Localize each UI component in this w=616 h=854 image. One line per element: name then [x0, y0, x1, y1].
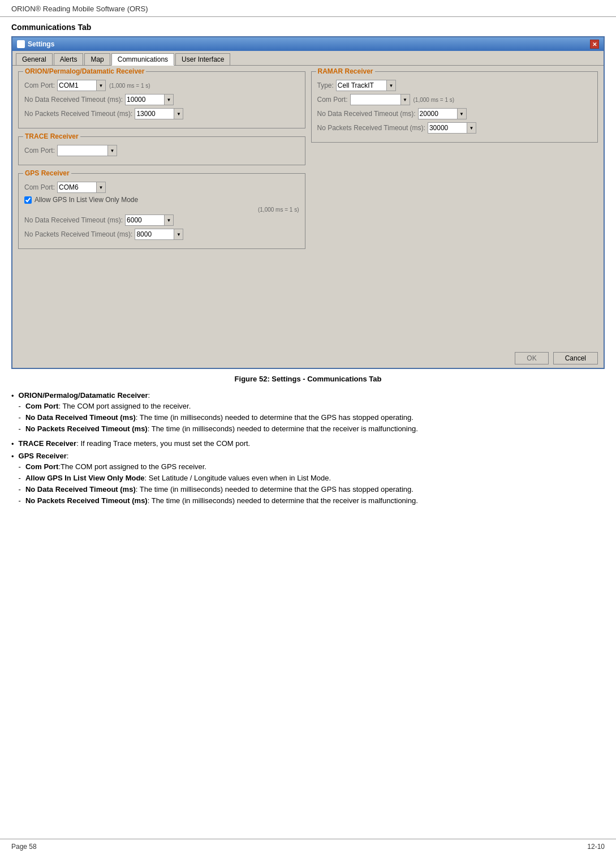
- tab-general[interactable]: General: [16, 53, 53, 65]
- bullet-list: • ORION/Permalog/Datamatic Receiver: - C…: [11, 391, 605, 508]
- dialog-footer: OK Cancel: [12, 349, 604, 368]
- ramar-type-input[interactable]: [336, 80, 387, 91]
- orion-no-packets-arrow[interactable]: ▼: [174, 108, 183, 119]
- bullet-dot-2: •: [11, 440, 14, 448]
- trace-group-title: TRACE Receiver: [23, 132, 80, 140]
- ramar-type-row: Type: ▼: [317, 80, 592, 91]
- gps-no-data-row: No Data Received Timeout (ms): ▼: [24, 214, 299, 226]
- figure-caption: Figure 52: Settings - Communications Tab: [11, 375, 605, 383]
- ramar-no-packets-arrow[interactable]: ▼: [467, 122, 476, 134]
- trace-com-port-select[interactable]: ▼: [57, 145, 117, 156]
- orion-sub-list: - Com Port: The COM port assigned to the…: [19, 402, 418, 433]
- ramar-no-data-select[interactable]: ▼: [418, 108, 467, 119]
- ramar-no-packets-input[interactable]: [428, 122, 467, 134]
- ramar-com-port-select[interactable]: ▼: [350, 94, 410, 105]
- ramar-no-data-input[interactable]: [418, 108, 458, 119]
- orion-no-data-label: No Data Received Timeout (ms):: [24, 96, 123, 104]
- ramar-com-port-input[interactable]: [350, 94, 401, 105]
- bullet-gps: • GPS Receiver: - Com Port:The COM port …: [11, 452, 605, 508]
- bullet-orion-content: ORION/Permalog/Datamatic Receiver: - Com…: [19, 391, 418, 436]
- gps-sub-item-comport: - Com Port:The COM port assigned to the …: [19, 462, 418, 471]
- ramar-group-title: RAMAR Receiver: [316, 67, 375, 75]
- gps-group: GPS Receiver Com Port: ▼: [18, 173, 305, 249]
- orion-hint: (1,000 ms = 1 s): [109, 83, 150, 89]
- ramar-type-arrow[interactable]: ▼: [387, 80, 396, 91]
- bullet-trace-label: TRACE Receiver: [19, 439, 77, 448]
- orion-no-data-select[interactable]: ▼: [125, 94, 174, 105]
- gps-group-title: GPS Receiver: [23, 169, 71, 177]
- orion-com-port-input[interactable]: [57, 80, 97, 91]
- ramar-no-packets-label: No Packets Received Timeout (ms):: [317, 124, 425, 132]
- dialog-title: Settings: [28, 40, 54, 48]
- gps-no-packets-input[interactable]: [135, 229, 174, 240]
- ramar-no-data-arrow[interactable]: ▼: [458, 108, 467, 119]
- settings-dialog: Settings ✕ General Alerts Map Communicat…: [11, 36, 605, 369]
- footer-page-number: 12-10: [587, 843, 605, 851]
- gps-no-packets-select[interactable]: ▼: [135, 229, 183, 240]
- gps-nodata-term: No Data Received Timeout (ms): [25, 485, 136, 493]
- ok-button[interactable]: OK: [515, 352, 548, 364]
- gps-sub-list: - Com Port:The COM port assigned to the …: [19, 462, 418, 505]
- tab-map[interactable]: Map: [84, 53, 110, 65]
- gps-allow-checkbox[interactable]: [24, 196, 32, 204]
- gps-no-packets-arrow[interactable]: ▼: [174, 229, 183, 240]
- gps-sub-item-allowgps: - Allow GPS In List View Only Mode: Set …: [19, 474, 418, 482]
- dialog-body: ORION/Permalog/Datamatic Receiver Com Po…: [12, 66, 604, 349]
- gps-no-data-input[interactable]: [125, 214, 165, 226]
- gps-com-port-input[interactable]: [57, 182, 97, 193]
- titlebar-left: Settings: [17, 40, 54, 48]
- tab-communications[interactable]: Communications: [111, 53, 174, 66]
- orion-com-port-row: Com Port: ▼ (1,000 ms = 1 s): [24, 80, 299, 91]
- ramar-group: RAMAR Receiver Type: ▼ Com Port:: [311, 71, 598, 143]
- bullet-orion-colon: :: [148, 391, 150, 400]
- bullet-trace: • TRACE Receiver: If reading Trace meter…: [11, 439, 605, 448]
- header-title: ORION® Reading Mobile Software (ORS): [11, 5, 148, 13]
- ramar-type-select[interactable]: ▼: [336, 80, 396, 91]
- orion-no-data-input[interactable]: [125, 94, 165, 105]
- trace-com-port-input[interactable]: [57, 145, 108, 156]
- bullet-dot-1: •: [11, 392, 14, 436]
- gps-allow-checkbox-row: Allow GPS In List View Only Mode: [24, 196, 299, 204]
- bullet-dot-3: •: [11, 452, 14, 508]
- ramar-type-label: Type:: [317, 81, 334, 89]
- orion-no-data-row: No Data Received Timeout (ms): ▼: [24, 94, 299, 105]
- orion-com-port-arrow[interactable]: ▼: [97, 80, 106, 91]
- orion-sub-item-nopackets: - No Packets Received Timeout (ms): The …: [19, 424, 418, 433]
- gps-no-data-arrow[interactable]: ▼: [165, 214, 174, 226]
- ramar-no-packets-row: No Packets Received Timeout (ms): ▼: [317, 122, 592, 134]
- gps-sub-item-nopackets: - No Packets Received Timeout (ms): The …: [19, 496, 418, 505]
- orion-no-packets-select[interactable]: ▼: [135, 108, 183, 119]
- gps-allow-label: Allow GPS In List View Only Mode: [35, 196, 138, 204]
- trace-group: TRACE Receiver Com Port: ▼: [18, 136, 305, 165]
- trace-com-port-arrow[interactable]: ▼: [108, 145, 117, 156]
- bullet-orion-label: ORION/Permalog/Datamatic Receiver: [19, 391, 148, 400]
- ramar-hint: (1,000 ms = 1 s): [413, 97, 455, 103]
- ramar-no-packets-select[interactable]: ▼: [428, 122, 476, 134]
- gps-com-port-select[interactable]: ▼: [57, 182, 106, 193]
- gps-comport-term: Com Port: [25, 462, 59, 471]
- gps-com-port-row: Com Port: ▼: [24, 182, 299, 193]
- gps-no-data-label: No Data Received Timeout (ms):: [24, 216, 123, 224]
- ramar-no-data-label: No Data Received Timeout (ms):: [317, 110, 416, 118]
- cancel-button[interactable]: Cancel: [553, 352, 598, 364]
- orion-no-packets-row: No Packets Received Timeout (ms): ▼: [24, 108, 299, 119]
- orion-group: ORION/Permalog/Datamatic Receiver Com Po…: [18, 71, 305, 128]
- dialog-close-button[interactable]: ✕: [590, 40, 599, 49]
- orion-com-port-label: Com Port:: [24, 81, 55, 89]
- trace-com-port-row: Com Port: ▼: [24, 145, 299, 156]
- orion-no-packets-input[interactable]: [135, 108, 174, 119]
- tab-alerts[interactable]: Alerts: [54, 53, 84, 65]
- gps-com-port-label: Com Port:: [24, 183, 55, 191]
- orion-com-port-select[interactable]: ▼: [57, 80, 106, 91]
- gps-no-data-select[interactable]: ▼: [125, 214, 174, 226]
- ramar-com-port-arrow[interactable]: ▼: [401, 94, 410, 105]
- gps-hint: (1,000 ms = 1 s): [24, 207, 299, 213]
- footer-page-label: Page 58: [11, 843, 37, 851]
- orion-no-data-arrow[interactable]: ▼: [165, 94, 174, 105]
- settings-icon: [17, 40, 25, 48]
- ramar-com-port-row: Com Port: ▼ (1,000 ms = 1 s): [317, 94, 592, 105]
- tab-user-interface[interactable]: User Interface: [175, 53, 230, 65]
- page-header: ORION® Reading Mobile Software (ORS): [0, 0, 616, 17]
- gps-com-port-arrow[interactable]: ▼: [97, 182, 106, 193]
- gps-no-packets-row: No Packets Received Timeout (ms): ▼: [24, 229, 299, 240]
